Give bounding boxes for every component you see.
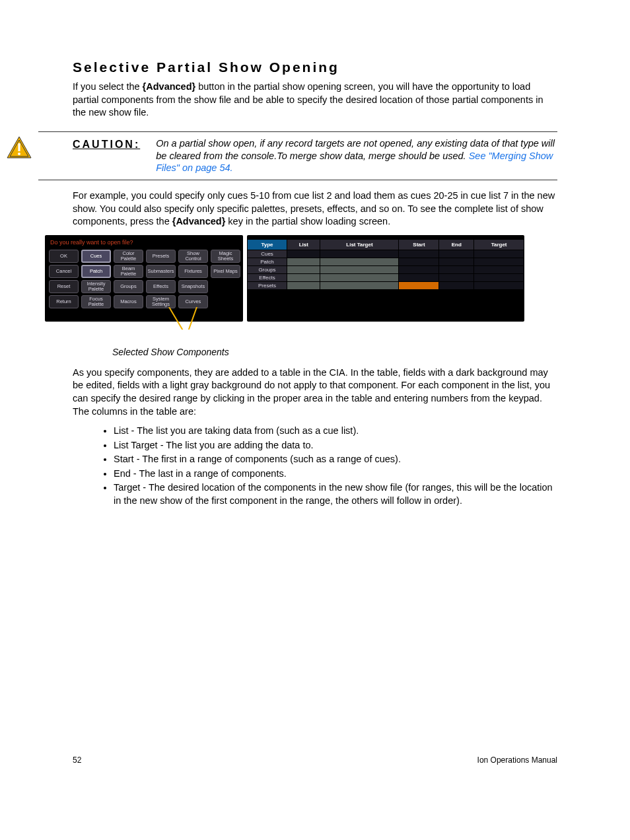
table-cell xyxy=(320,305,399,313)
table-cell[interactable] xyxy=(399,250,439,258)
intro-paragraph: If you select the {Advanced} button in t… xyxy=(73,81,557,120)
table-cell[interactable] xyxy=(287,250,320,258)
page-footer: 52 Ion Operations Manual xyxy=(73,755,557,765)
col-end: End xyxy=(439,239,474,250)
reset-button[interactable]: Reset xyxy=(49,280,79,293)
table-cell[interactable] xyxy=(320,265,399,273)
table-cell[interactable] xyxy=(287,273,320,281)
table-cell[interactable] xyxy=(474,273,524,281)
table-cell xyxy=(474,289,524,297)
col-type: Type xyxy=(248,239,287,250)
table-cell[interactable] xyxy=(287,281,320,289)
component-macros[interactable]: Macros xyxy=(114,295,143,308)
component-magic-sheets[interactable]: Magic Sheets xyxy=(211,250,240,263)
component-groups[interactable]: Groups xyxy=(114,280,143,293)
row-groups: Groups xyxy=(248,265,287,273)
table-cell[interactable] xyxy=(399,281,439,289)
table-cell xyxy=(399,289,439,297)
component-intensity-palette[interactable]: Intensity Palette xyxy=(81,280,111,293)
table-cell[interactable] xyxy=(287,258,320,265)
row-effects: Effects xyxy=(248,273,287,281)
table-description: As you specify components, they are adde… xyxy=(73,367,557,418)
caution-block: CAUTION: On a partial show open, if any … xyxy=(38,131,557,181)
figure-caption: Selected Show Components xyxy=(112,347,557,357)
table-cell[interactable] xyxy=(320,250,399,258)
columns-list: List - The list you are taking data from… xyxy=(114,425,557,507)
component-curves[interactable]: Curves xyxy=(178,295,208,308)
table-cell[interactable] xyxy=(474,281,524,289)
component-effects[interactable]: Effects xyxy=(146,280,176,293)
column-item: List Target - The list you are adding th… xyxy=(114,439,557,452)
advanced-key: {Advanced} xyxy=(143,81,196,92)
cancel-button[interactable]: Cancel xyxy=(49,265,79,278)
table-cell[interactable] xyxy=(474,250,524,258)
table-cell[interactable] xyxy=(399,265,439,273)
column-item: List - The list you are taking data from… xyxy=(114,425,557,438)
text: key in the partial show loading screen. xyxy=(225,216,390,227)
table-cell[interactable] xyxy=(399,273,439,281)
component-color-palette[interactable]: Color Palette xyxy=(114,250,143,263)
component-system-settings[interactable]: System Settings xyxy=(146,295,176,308)
table-cell[interactable] xyxy=(320,273,399,281)
table-cell[interactable] xyxy=(474,258,524,265)
table-cell xyxy=(439,305,474,313)
col-list-target: List Target xyxy=(320,239,399,250)
table-cell[interactable] xyxy=(320,281,399,289)
caution-icon xyxy=(7,136,32,160)
component-patch[interactable]: Patch xyxy=(81,265,111,278)
table-cell[interactable] xyxy=(287,265,320,273)
table-cell xyxy=(399,305,439,313)
svg-line-4 xyxy=(169,307,186,330)
table-cell[interactable] xyxy=(399,258,439,265)
table-cell[interactable] xyxy=(439,250,474,258)
component-presets[interactable]: Presets xyxy=(146,250,176,263)
table-cell[interactable] xyxy=(439,281,474,289)
row-presets: Presets xyxy=(248,281,287,289)
table-cell[interactable] xyxy=(439,273,474,281)
svg-line-5 xyxy=(187,307,197,330)
column-item: End - The last in a range of components. xyxy=(114,468,557,481)
table-cell[interactable] xyxy=(439,265,474,273)
dialog-panel-right: TypeListList TargetStartEndTarget CuesPa… xyxy=(247,235,524,322)
component-pixel-maps[interactable]: Pixel Maps xyxy=(211,265,240,278)
section-heading: Selective Partial Show Opening xyxy=(73,59,557,75)
col-start: Start xyxy=(399,239,439,250)
table-cell xyxy=(399,297,439,305)
component-table: TypeListList TargetStartEndTarget CuesPa… xyxy=(247,239,524,314)
column-item: Start - The first in a range of componen… xyxy=(114,453,557,466)
component-fixtures[interactable]: Fixtures xyxy=(178,265,208,278)
table-cell xyxy=(439,289,474,297)
table-cell[interactable] xyxy=(439,258,474,265)
text: If you select the xyxy=(73,81,143,92)
table-cell xyxy=(474,297,524,305)
component-show-control[interactable]: Show Control xyxy=(178,250,208,263)
dialog-prompt: Do you really want to open file? xyxy=(49,239,239,250)
caution-label: CAUTION: xyxy=(73,137,140,175)
example-paragraph: For example, you could specify only cues… xyxy=(73,190,557,228)
table-cell[interactable] xyxy=(474,265,524,273)
caution-text: On a partial show open, if any record ta… xyxy=(156,137,557,175)
table-cell xyxy=(287,289,320,297)
component-beam-palette[interactable]: Beam Palette xyxy=(114,265,143,278)
callout-arrow xyxy=(45,323,557,343)
component-focus-palette[interactable]: Focus Palette xyxy=(81,295,111,308)
ok-button[interactable]: OK xyxy=(49,250,79,263)
doc-title: Ion Operations Manual xyxy=(477,755,557,765)
advanced-key: {Advanced} xyxy=(172,216,226,227)
svg-point-3 xyxy=(18,153,20,155)
component-snapshots[interactable]: Snapshots xyxy=(178,280,208,293)
table-cell xyxy=(320,289,399,297)
svg-rect-2 xyxy=(18,143,20,151)
component-submasters[interactable]: Submasters xyxy=(146,265,176,278)
col-target: Target xyxy=(474,239,524,250)
table-cell xyxy=(287,305,320,313)
table-cell xyxy=(320,297,399,305)
row-cues: Cues xyxy=(248,250,287,258)
return-button[interactable]: Return xyxy=(49,295,79,308)
table-cell xyxy=(474,305,524,313)
table-cell xyxy=(248,289,287,297)
table-cell xyxy=(287,297,320,305)
table-cell xyxy=(439,297,474,305)
component-cues[interactable]: Cues xyxy=(81,250,111,263)
table-cell[interactable] xyxy=(320,258,399,265)
